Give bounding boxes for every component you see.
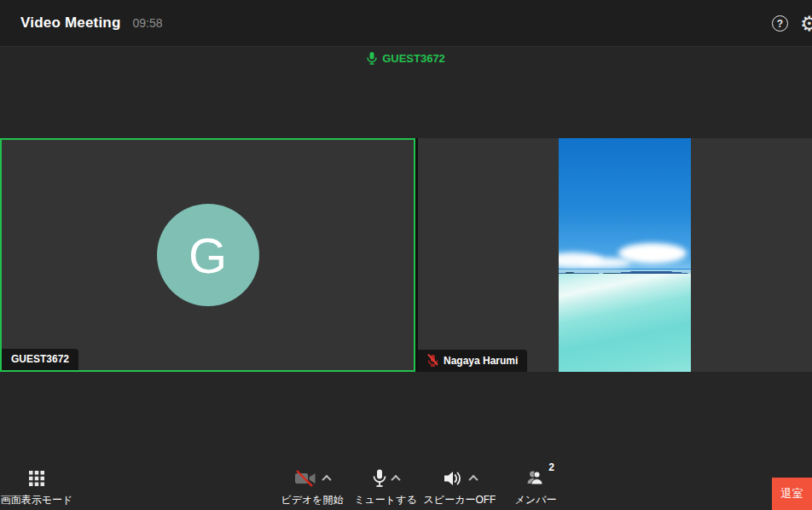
avatar: G xyxy=(157,204,259,306)
meeting-timer: 09:58 xyxy=(133,16,163,30)
speaker-button[interactable]: スピーカーOFF xyxy=(421,468,498,507)
layout-mode-label: 画面表示モード xyxy=(1,493,73,507)
mute-label: ミュートする xyxy=(354,493,416,507)
microphone-icon xyxy=(373,469,386,488)
speaker-options-chevron-icon[interactable] xyxy=(468,475,478,484)
participant-name-tag: GUEST3672 xyxy=(2,349,78,370)
video-tile-nagaya[interactable]: Nagaya Harumi xyxy=(418,138,812,372)
video-tile-guest[interactable]: G GUEST3672 xyxy=(0,138,415,372)
speaker-label: スピーカーOFF xyxy=(424,493,496,507)
active-speaker-name: GUEST3672 xyxy=(382,52,445,65)
participant-name: Nagaya Harumi xyxy=(444,355,518,367)
video-grid: G GUEST3672 Nagaya Harumi xyxy=(0,138,812,372)
gear-icon[interactable]: ⚙ xyxy=(800,14,812,34)
leave-room-button[interactable]: 退室 xyxy=(772,478,812,510)
avatar-letter: G xyxy=(188,227,227,284)
active-speaker-indicator: GUEST3672 xyxy=(0,49,812,67)
grid-layout-icon xyxy=(28,470,45,487)
start-video-button[interactable]: ビデオを開始 xyxy=(276,468,349,507)
members-count-badge: 2 xyxy=(548,461,554,473)
participant-video-feed xyxy=(559,138,691,372)
mic-options-chevron-icon[interactable] xyxy=(391,475,400,484)
mute-button[interactable]: ミュートする xyxy=(350,468,421,507)
microphone-on-icon xyxy=(367,52,377,65)
help-icon[interactable]: ? xyxy=(772,15,788,32)
header-actions: ? ⚙ xyxy=(772,0,812,47)
participant-name-tag: Nagaya Harumi xyxy=(418,350,527,372)
members-icon xyxy=(525,469,546,485)
members-label: メンバー xyxy=(515,493,557,507)
participant-name: GUEST3672 xyxy=(11,353,69,365)
video-options-chevron-icon[interactable] xyxy=(322,475,331,484)
microphone-muted-icon xyxy=(427,354,438,367)
page-title: Video Meeting xyxy=(20,14,121,32)
layout-mode-button[interactable]: 画面表示モード xyxy=(2,468,72,507)
members-button[interactable]: 2 メンバー xyxy=(502,468,570,507)
speaker-icon xyxy=(444,470,464,487)
camera-off-icon xyxy=(294,470,317,487)
start-video-label: ビデオを開始 xyxy=(281,493,343,507)
header: Video Meeting 09:58 ? ⚙ xyxy=(0,0,812,47)
